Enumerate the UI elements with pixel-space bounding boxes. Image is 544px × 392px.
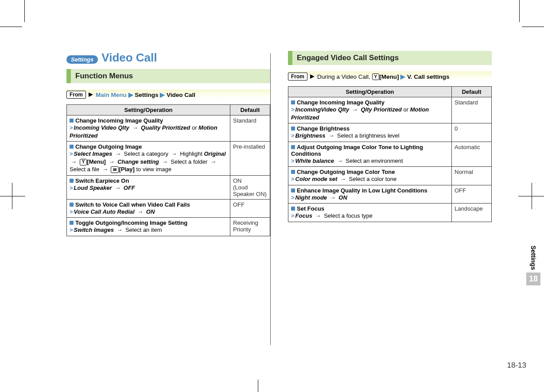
from-label: From [66,91,86,99]
bullet-icon [70,179,74,183]
setting-cell: Switch Earpiece On>Loud Speaker → OFF [67,175,230,199]
table-row: Set Focus>Focus → Select a focus typeLan… [288,204,492,222]
crop-mark [519,0,520,22]
side-tab-number: 18 [526,273,540,285]
default-cell: Automatic [452,142,492,167]
bullet-icon [291,145,295,149]
setting-cell: Toggle Outgoing/Incoming Image Setting>S… [67,218,230,236]
right-column: Engaged Video Call Settings From During … [288,51,492,236]
setting-cell: Change Incoming Image Quality>Incoming V… [67,115,230,142]
section-accent-bar [288,51,292,65]
setting-operation: >Select Images → Select a category → Hig… [70,150,227,173]
default-cell: Normal [452,167,492,185]
default-cell: Pre-installed [230,142,270,176]
setting-title: Change Incoming Image Quality [70,117,227,124]
setting-title: Enhance Image Quality in Low Light Condi… [291,187,449,194]
default-cell: Standard [452,97,492,123]
page-number: 18-13 [507,361,526,370]
side-tab-label: Settings [530,246,537,273]
from-text-right: During a Video Call, Y[Menu] ▶ V. Call s… [317,73,450,81]
table-row: Change Outgoing Image>Select Images → Se… [67,142,270,176]
setting-title: Switch Earpiece On [70,177,227,184]
from-arrow-icon [88,92,94,98]
bullet-icon [70,145,74,149]
registration-mark-right [532,184,544,210]
settings-badge: Settings [66,55,98,64]
setting-title: Change Incoming Image Quality [291,99,449,106]
table-row: Change Brightness>Brightness → Select a … [288,123,492,142]
bullet-icon [70,119,74,123]
from-row-right: From During a Video Call, Y[Menu] ▶ V. C… [288,71,492,82]
table-row: Change Incoming Image Quality>Incoming V… [67,115,270,142]
chevron-right-icon: ▶ [160,92,165,98]
setting-cell: Enhance Image Quality in Low Light Condi… [288,185,452,204]
crop-mark [24,0,25,22]
settings-table-left: Setting/Operation Default Change Incomin… [66,104,270,236]
breadcrumb-settings: Settings [135,92,158,98]
th-default: Default [452,87,492,97]
setting-title: Toggle Outgoing/Incoming Image Setting [70,219,227,226]
setting-operation: >Incoming Video Qlty → Quality Prioritiz… [70,124,227,139]
chevron-right-icon: ▶ [400,73,405,80]
setting-cell: Adjust Outgoing Image Color Tone to Ligh… [288,142,452,167]
setting-title: Change Outgoing Image Color Tone [291,169,449,175]
page-title: Video Call [101,51,157,65]
setting-cell: Change Outgoing Image Color Tone>Color m… [288,167,452,185]
table-row: Change Outgoing Image Color Tone>Color m… [288,167,492,185]
setting-operation: >Switch Images → Select an item [70,226,227,234]
setting-cell: Switch to Voice Call when Video Call Fai… [67,199,230,218]
registration-mark-left [12,184,39,210]
setting-title: Set Focus [291,205,449,212]
page-title-row: Settings Video Call [66,51,270,65]
chevron-right-icon: ▶ [128,92,133,98]
setting-operation: >Night mode → ON [291,194,449,202]
default-cell: Receiving Priority [230,218,270,236]
crop-mark [0,27,22,27]
bullet-icon [291,127,295,131]
table-row: Enhance Image Quality in Low Light Condi… [288,185,492,204]
setting-title: Switch to Voice Call when Video Call Fai… [70,201,227,208]
from-arrow-icon [309,73,315,80]
bullet-icon [70,203,74,207]
setting-operation: >Color mode set → Select a color tone [291,175,449,183]
breadcrumb-v-call-settings: V. Call settings [407,73,450,80]
default-cell: ON (Loud Speaker ON) [230,175,270,199]
setting-cell: Change Outgoing Image>Select Images → Se… [67,142,230,176]
setting-title: Change Brightness [291,125,449,132]
section-title: Function Menus [71,69,137,83]
bullet-icon [291,188,295,192]
settings-table-right: Setting/Operation Default Change Incomin… [288,86,492,222]
section-header-function-menus: Function Menus [66,69,270,83]
menu-label: [Menu] [379,73,399,80]
setting-title: Adjust Outgoing Image Color Tone to Ligh… [291,144,449,157]
svg-marker-0 [89,92,93,97]
setting-operation: >Focus → Select a focus type [291,212,449,220]
default-cell: OFF [452,185,492,204]
setting-cell: Set Focus>Focus → Select a focus type [288,204,452,222]
setting-operation: >IncomingVideo Qlty → Qlty Prioritized o… [291,106,449,121]
default-cell: OFF [230,199,270,218]
from-breadcrumb: Main Menu ▶ Settings ▶ Video Call [96,91,195,98]
breadcrumb-video-call: Video Call [167,92,195,98]
setting-operation: >Loud Speaker → OFF [70,184,227,192]
crop-mark [522,27,544,27]
svg-marker-1 [310,74,315,79]
page-content: Settings Video Call Function Menus From … [66,51,492,236]
bullet-icon [291,207,295,211]
th-setting-operation: Setting/Operation [67,105,230,115]
setting-operation: >White balance → Select an environment [291,157,449,165]
bullet-icon [291,170,295,174]
table-row: Adjust Outgoing Image Color Tone to Ligh… [288,142,492,167]
th-setting-operation: Setting/Operation [288,87,452,97]
default-cell: Landscape [452,204,492,222]
registration-mark-bottom [258,380,284,392]
bullet-icon [291,100,295,104]
from-row-left: From Main Menu ▶ Settings ▶ Video Call [66,89,270,100]
default-cell: Standard [230,115,270,142]
left-column: Settings Video Call Function Menus From … [66,51,270,236]
table-row: Toggle Outgoing/Incoming Image Setting>S… [67,218,270,236]
setting-cell: Change Brightness>Brightness → Select a … [288,123,452,142]
table-row: Switch to Voice Call when Video Call Fai… [67,199,270,218]
th-default: Default [230,105,270,115]
setting-operation: >Voice Call Auto Redial → ON [70,208,227,216]
